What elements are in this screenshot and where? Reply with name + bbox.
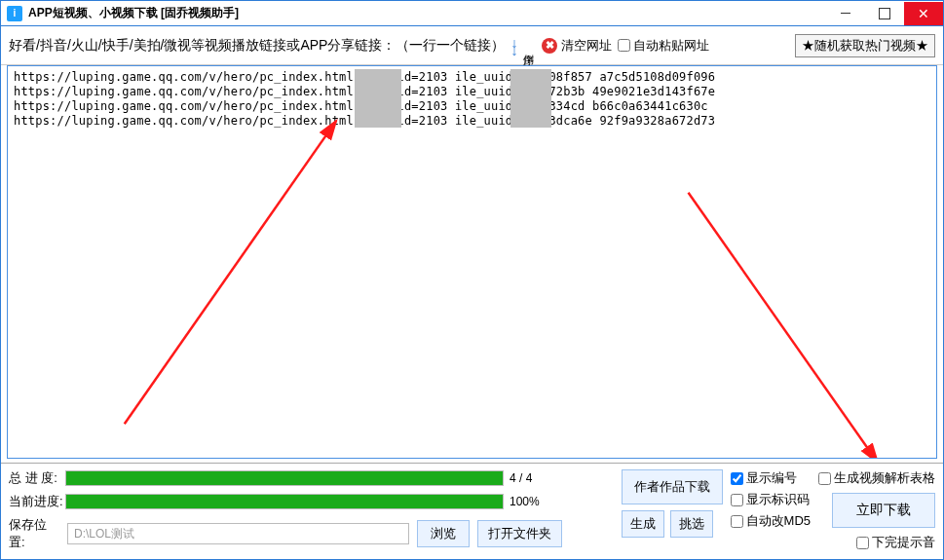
browse-button[interactable]: 浏览 bbox=[417, 520, 470, 547]
done-sound-input[interactable] bbox=[856, 537, 869, 549]
clear-button[interactable]: ✖ 清空网址 bbox=[542, 37, 612, 55]
current-progress-label: 当前进度: bbox=[9, 493, 65, 510]
hint-text: 好看/抖音/火山/快手/美拍/微视等视频播放链接或APP分享链接：（一行一个链接… bbox=[9, 37, 505, 55]
show-number-checkbox[interactable]: 显示编号 bbox=[731, 469, 811, 487]
gen-table-input[interactable] bbox=[818, 472, 831, 485]
generate-button[interactable]: 生成 bbox=[622, 510, 664, 538]
auto-md5-checkbox[interactable]: 自动改MD5 bbox=[731, 512, 811, 530]
app-icon: i bbox=[7, 6, 22, 21]
maximize-button[interactable] bbox=[865, 2, 904, 25]
total-progress-bar bbox=[65, 470, 504, 486]
gen-table-label: 生成视频解析表格 bbox=[834, 469, 935, 487]
random-hot-button[interactable]: ★随机获取热门视频★ bbox=[795, 34, 935, 57]
bottom-panel: 总 进 度: 4 / 4 作者作品下载 生成 挑选 显示编号 显示标识码 自动改… bbox=[1, 463, 943, 559]
window-title: APP短视频、小视频下载 [固乔视频助手] bbox=[28, 5, 239, 21]
show-code-input[interactable] bbox=[731, 494, 743, 506]
show-code-label: 显示标识码 bbox=[746, 491, 810, 508]
redaction-mask bbox=[355, 69, 401, 128]
download-now-button[interactable]: 立即下载 bbox=[832, 493, 935, 528]
clear-label: 清空网址 bbox=[561, 37, 612, 55]
url-line: https://luping.game.qq.com/v/hero/pc_ind… bbox=[14, 99, 930, 114]
toolbar: 好看/抖音/火山/快手/美拍/微视等视频播放链接或APP分享链接：（一行一个链接… bbox=[1, 26, 943, 65]
app-window: i APP短视频、小视频下载 [固乔视频助手] ✕ 好看/抖音/火山/快手/美拍… bbox=[0, 0, 944, 560]
svg-line-1 bbox=[689, 193, 879, 459]
auto-paste-checkbox[interactable]: 自动粘贴网址 bbox=[618, 37, 709, 55]
url-line: https://luping.game.qq.com/v/hero/pc_ind… bbox=[14, 114, 930, 129]
gen-table-checkbox[interactable]: 生成视频解析表格 bbox=[818, 469, 935, 487]
total-progress-text: 4 / 4 bbox=[504, 471, 562, 485]
close-button[interactable]: ✕ bbox=[904, 2, 943, 25]
done-sound-checkbox[interactable]: 下完提示音 bbox=[856, 534, 935, 551]
sort-button[interactable]: ↓↓ 倒序 bbox=[510, 38, 536, 54]
clear-icon: ✖ bbox=[542, 38, 557, 54]
sort-icon: ↓↓ bbox=[510, 38, 517, 54]
open-folder-button[interactable]: 打开文件夹 bbox=[477, 520, 562, 547]
save-path-label: 保存位置: bbox=[9, 516, 59, 551]
done-sound-label: 下完提示音 bbox=[872, 534, 935, 551]
url-textarea[interactable]: https://luping.game.qq.com/v/hero/pc_ind… bbox=[7, 65, 937, 459]
auto-md5-input[interactable] bbox=[731, 515, 743, 528]
auto-paste-input[interactable] bbox=[618, 39, 630, 52]
auto-paste-label: 自动粘贴网址 bbox=[633, 37, 709, 55]
titlebar: i APP短视频、小视频下载 [固乔视频助手] ✕ bbox=[1, 1, 943, 26]
pick-button[interactable]: 挑选 bbox=[670, 510, 713, 538]
show-code-checkbox[interactable]: 显示标识码 bbox=[731, 491, 811, 508]
save-path-input[interactable] bbox=[67, 523, 409, 544]
svg-line-0 bbox=[125, 121, 337, 424]
url-line: https://luping.game.qq.com/v/hero/pc_ind… bbox=[14, 85, 930, 99]
current-progress-text: 100% bbox=[504, 495, 562, 508]
author-download-button[interactable]: 作者作品下载 bbox=[622, 469, 723, 504]
window-buttons: ✕ bbox=[826, 2, 943, 25]
minimize-button[interactable] bbox=[826, 2, 865, 25]
auto-md5-label: 自动改MD5 bbox=[746, 512, 811, 530]
total-progress-label: 总 进 度: bbox=[9, 469, 65, 487]
current-progress-bar bbox=[65, 494, 504, 509]
url-line: https://luping.game.qq.com/v/hero/pc_ind… bbox=[14, 70, 930, 85]
show-number-input[interactable] bbox=[731, 472, 743, 485]
redaction-mask bbox=[510, 69, 551, 128]
show-number-label: 显示编号 bbox=[746, 469, 797, 487]
